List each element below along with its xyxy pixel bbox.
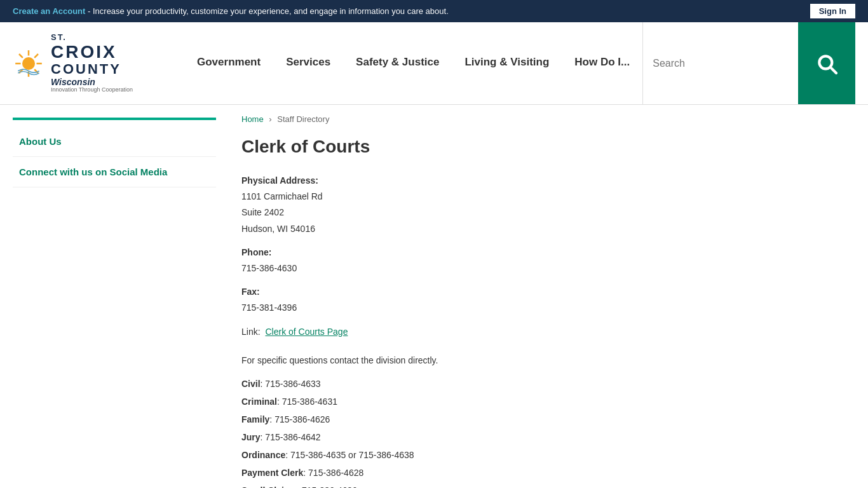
header: St. Croix County Wisconsin Innovation Th… (0, 22, 868, 105)
search-button[interactable] (798, 22, 855, 104)
dept-info: Physical Address: 1101 Carmichael Rd Sui… (241, 173, 843, 488)
logo-wisconsin: Wisconsin (51, 78, 133, 87)
logo-icon (13, 48, 44, 79)
nav-how-do-i[interactable]: How Do I... (562, 22, 642, 104)
main-content: Home › Staff Directory Clerk of Courts P… (216, 105, 868, 488)
logo-county: County (51, 62, 133, 77)
sign-in-button[interactable]: Sign In (810, 4, 855, 18)
svg-line-7 (34, 54, 38, 58)
breadcrumb-separator: › (269, 114, 271, 124)
contact-list-item: Family: 715-386-4626 (241, 410, 843, 428)
contact-list-item: Criminal: 715-386-4631 (241, 393, 843, 410)
address-line1: 1101 Carmichael Rd (241, 189, 843, 205)
search-icon (814, 51, 839, 76)
top-banner: Create an Account - Increase your produc… (0, 0, 868, 22)
fax-label: Fax: (241, 284, 843, 300)
contact-list-item: Payment Clerk: 715-386-4628 (241, 464, 843, 482)
search-area (642, 22, 795, 104)
sidebar-item-about-us[interactable]: About Us (13, 126, 216, 157)
address-line3: Hudson, WI 54016 (241, 221, 843, 237)
content-wrapper: About Us Connect with us on Social Media… (0, 105, 868, 488)
link-row: Link: Clerk of Courts Page (241, 324, 843, 340)
contact-list-item: Civil: 715-386-4633 (241, 375, 843, 393)
contact-list: Civil: 715-386-4633Criminal: 715-386-463… (241, 375, 843, 488)
logo-croix: Croix (51, 43, 133, 62)
nav-government[interactable]: Government (184, 22, 273, 104)
breadcrumb: Home › Staff Directory (241, 114, 843, 124)
nav-safety-justice[interactable]: Safety & Justice (343, 22, 452, 104)
phone-value: 715-386-4630 (241, 261, 843, 276)
fax-value: 715-381-4396 (241, 300, 843, 316)
sidebar-item-social-media[interactable]: Connect with us on Social Media (13, 157, 216, 187)
logo-st: St. (51, 33, 133, 42)
clerk-of-courts-link[interactable]: Clerk of Courts Page (265, 327, 348, 337)
search-input[interactable] (653, 58, 767, 69)
logo-tagline: Innovation Through Cooperation (51, 87, 133, 93)
svg-point-0 (22, 57, 35, 70)
logo-text: St. Croix County Wisconsin Innovation Th… (51, 33, 133, 93)
nav-living-visiting[interactable]: Living & Visiting (452, 22, 562, 104)
breadcrumb-current: Staff Directory (277, 114, 329, 124)
contact-list-item: Small Claims: 715-386-4636 (241, 482, 843, 488)
sidebar: About Us Connect with us on Social Media (13, 118, 216, 488)
nav-services[interactable]: Services (273, 22, 343, 104)
description: For specific questions contact the divis… (241, 353, 843, 369)
page-title: Clerk of Courts (241, 137, 843, 157)
create-account-link[interactable]: Create an Account (13, 6, 85, 16)
main-nav: Government Services Safety & Justice Liv… (184, 22, 798, 104)
banner-description: - Increase your productivity, customize … (88, 6, 449, 16)
address-line2: Suite 2402 (241, 205, 843, 220)
physical-address-label: Physical Address: (241, 173, 843, 189)
phone-label: Phone: (241, 245, 843, 261)
breadcrumb-home[interactable]: Home (241, 114, 264, 124)
banner-text: Create an Account - Increase your produc… (13, 6, 449, 16)
link-label: Link: (241, 327, 261, 337)
contact-list-item: Jury: 715-386-4642 (241, 428, 843, 446)
contact-list-item: Ordinance: 715-386-4635 or 715-386-4638 (241, 446, 843, 464)
logo-area: St. Croix County Wisconsin Innovation Th… (13, 33, 184, 93)
svg-line-5 (19, 54, 23, 58)
